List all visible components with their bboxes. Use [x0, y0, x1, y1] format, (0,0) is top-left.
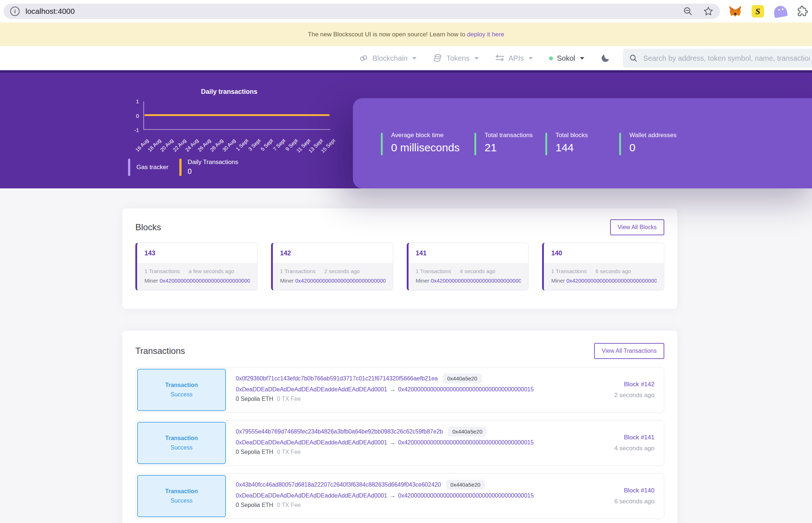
sliders-icon: [495, 53, 505, 63]
block-number-link[interactable]: 140: [551, 249, 562, 257]
block-card: 140 1 Transactions 6 seconds ago Miner 0…: [542, 243, 664, 291]
tx-value: 0 Sepolia ETH: [236, 449, 273, 455]
navbar: Blockchain Tokens APIs Sokol: [0, 46, 812, 70]
extensions-puzzle-icon[interactable]: [797, 5, 808, 17]
miner-address-link[interactable]: 0x42000000000000000000000000000...: [295, 278, 385, 284]
stat-total-blocks: Total blocks 144: [545, 132, 619, 155]
bookmark-star-icon[interactable]: [703, 6, 713, 16]
miner-address-link[interactable]: 0x42000000000000000000000000000...: [431, 278, 521, 284]
s-extension-icon[interactable]: S: [752, 5, 764, 17]
zoom-out-icon[interactable]: [683, 6, 693, 16]
stat-label: Total transactions: [485, 132, 533, 139]
block-tx-count: 1 Transactions: [144, 268, 180, 274]
tx-fee: 0 TX Fee: [277, 449, 301, 455]
blocks-panel: Blocks View All Blocks 143 1 Transaction…: [122, 208, 677, 309]
metamask-extension-icon[interactable]: [729, 5, 742, 18]
transactions-panel: Transactions View All Transactions Trans…: [122, 331, 677, 523]
transaction-row: Transaction Success 0x79555e44b769d74685…: [135, 420, 664, 466]
tx-from-link[interactable]: 0xDeaDDEaDDeAdDeAdDEAdDEaddeAddEAdDEAd00…: [236, 492, 387, 499]
daily-transactions-bar: [179, 159, 182, 176]
tx-method-tag: 0x440a5e20: [443, 374, 482, 383]
extensions-row: S: [729, 5, 808, 18]
badge-type: Transaction: [165, 435, 198, 442]
block-number-link[interactable]: 141: [416, 249, 427, 257]
stat-value: 0: [629, 141, 677, 154]
nav-apis[interactable]: APIs: [495, 53, 533, 63]
site-info-icon[interactable]: i: [10, 7, 20, 16]
dark-mode-toggle[interactable]: [600, 53, 610, 63]
nav-blockchain[interactable]: Blockchain: [359, 53, 417, 63]
tx-from-link[interactable]: 0xDeaDDEaDDeAdDeAdDEAdDEaddeAddEAdDEAd00…: [236, 386, 387, 392]
blocks-grid: 143 1 Transactions a few seconds ago Min…: [135, 243, 664, 291]
network-selector[interactable]: Sokol: [549, 54, 584, 63]
tx-hash-link[interactable]: 0x79555e44b769d74685fec234b4826a3bfb0a64…: [236, 428, 443, 435]
tx-block-link[interactable]: Block #142: [624, 381, 654, 388]
coins-icon: [433, 53, 442, 63]
block-number-link[interactable]: 143: [144, 249, 155, 257]
tx-hash-link[interactable]: 0x43b40fcc46ad80057d6818a22207c2640f3f63…: [236, 482, 441, 488]
chevron-down-icon: [474, 57, 479, 60]
network-status-dot: [549, 56, 553, 60]
miner-label: Miner: [280, 278, 294, 284]
transactions-list: Transaction Success 0x0f29360bf71cc143ef…: [135, 367, 664, 519]
screen: i localhost:4000 S The new Blockscout UI…: [0, 0, 812, 523]
tx-value: 0 Sepolia ETH: [236, 396, 273, 402]
tx-block-link[interactable]: Block #140: [624, 487, 654, 494]
blocks-title: Blocks: [135, 222, 161, 232]
gas-tracker-bar: [128, 159, 130, 176]
miner-address-link[interactable]: 0x42000000000000000000000000000...: [160, 278, 250, 284]
tx-hash-link[interactable]: 0x0f29360bf71cc143efdc7b0b766ab591d3717c…: [236, 375, 438, 382]
block-age: 6 seconds ago: [596, 268, 631, 274]
network-name: Sokol: [557, 54, 575, 63]
stat-label: Average block time: [391, 132, 459, 139]
daily-transactions-value: 0: [188, 167, 238, 176]
badge-type: Transaction: [165, 382, 198, 388]
badge-status: Success: [171, 391, 192, 398]
miner-address-link[interactable]: 0x42000000000000000000000000000...: [566, 278, 657, 284]
nav-tokens-label: Tokens: [446, 54, 469, 63]
search-input[interactable]: [643, 54, 810, 63]
deploy-link[interactable]: deploy it here: [467, 31, 504, 38]
transactions-title: Transactions: [135, 346, 185, 356]
tx-from-link[interactable]: 0xDeaDDEaDDeAdDeAdDEAdDEaddeAddEAdDEAd00…: [236, 439, 387, 446]
chevron-down-icon: [580, 57, 584, 60]
chart-plot-area: [143, 101, 330, 130]
stat-label: Wallet addresses: [629, 132, 677, 139]
tx-to-link[interactable]: 0x42000000000000000000000000000000000000…: [398, 492, 534, 499]
nav-blockchain-label: Blockchain: [373, 54, 408, 63]
banner-text: The new Blockscout UI is now open source…: [308, 31, 465, 38]
url-text[interactable]: localhost:4000: [25, 7, 683, 16]
stat-average-block-time: Average block time 0 milliseconds: [381, 132, 474, 155]
chart-title: Daily transactions: [128, 88, 330, 96]
network-stats-panel: Average block time 0 milliseconds Total …: [353, 98, 812, 188]
transaction-status-badge: Transaction Success: [137, 422, 226, 464]
tx-to-link[interactable]: 0x42000000000000000000000000000000000000…: [398, 386, 534, 392]
phantom-extension-icon[interactable]: [773, 5, 788, 18]
view-all-transactions-button[interactable]: View All Transactions: [594, 343, 664, 359]
browser-toolbar: i localhost:4000 S: [0, 0, 812, 23]
search-box[interactable]: [623, 49, 812, 68]
tx-to-link[interactable]: 0x42000000000000000000000000000000000000…: [398, 439, 534, 446]
daily-transactions-chart: Daily transactions 10-1 16 Aug18 Aug20 A…: [128, 88, 330, 164]
stat-total-transactions: Total transactions 21: [474, 132, 545, 155]
address-bar[interactable]: i localhost:4000: [4, 4, 720, 19]
block-age: a few seconds ago: [189, 268, 234, 274]
daily-transactions-label: Daily Transactions: [188, 159, 238, 166]
nav-tokens[interactable]: Tokens: [433, 53, 478, 63]
arrow-icon: →: [387, 492, 398, 499]
tx-method-tag: 0x440a5e20: [446, 480, 485, 490]
chart-line-series: [144, 114, 330, 116]
gas-tracker-label: Gas tracker: [136, 164, 168, 171]
view-all-blocks-button[interactable]: View All Blocks: [610, 219, 664, 235]
gas-tracker-item[interactable]: Gas tracker: [128, 159, 168, 176]
daily-transactions-item: Daily Transactions 0: [179, 159, 238, 176]
transaction-status-badge: Transaction Success: [137, 369, 226, 411]
miner-label: Miner: [416, 278, 430, 284]
arrow-icon: →: [387, 439, 398, 446]
block-number-link[interactable]: 142: [280, 249, 291, 257]
chain-link-icon: [359, 53, 369, 63]
tx-block-link[interactable]: Block #141: [624, 434, 654, 441]
stat-value: 21: [485, 141, 533, 154]
tx-fee: 0 TX Fee: [277, 502, 301, 508]
arrow-icon: →: [387, 386, 398, 392]
